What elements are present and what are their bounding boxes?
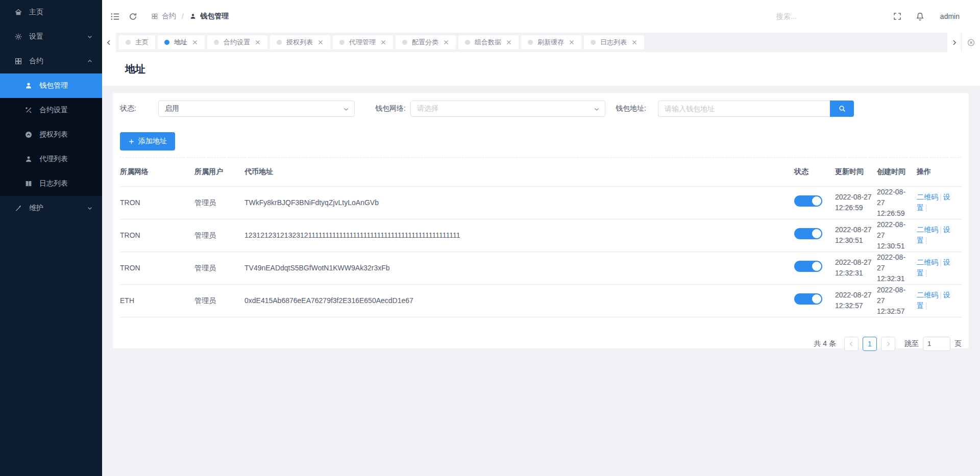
toggle-knob-icon xyxy=(812,294,821,304)
cell-created: 2022-08-27 12:26:59 xyxy=(877,186,917,219)
tab-authorization-list[interactable]: 授权列表 xyxy=(270,35,330,49)
address-card: 状态: 启用 钱包网络: 请选择 钱包地址: xyxy=(113,93,969,348)
close-icon[interactable] xyxy=(380,39,386,45)
sidebar-item-wallet-management[interactable]: 钱包管理 xyxy=(0,73,102,98)
status-toggle[interactable] xyxy=(794,261,822,272)
breadcrumb: 合约 / 钱包管理 xyxy=(151,12,229,21)
cell-network: TRON xyxy=(120,186,194,219)
tab-log-list[interactable]: 日志列表 xyxy=(584,35,644,49)
network-select[interactable]: 请选择 xyxy=(410,101,605,117)
tab-dot-icon xyxy=(214,40,219,45)
cell-updated: 2022-08-27 12:30:51 xyxy=(835,219,877,252)
tabs-scroll-left-button[interactable] xyxy=(102,33,116,52)
sidebar-item-contract[interactable]: 合约 xyxy=(0,49,102,73)
breadcrumb-page: 钱包管理 xyxy=(200,12,229,21)
refresh-icon[interactable] xyxy=(128,12,138,21)
add-address-label: 添加地址 xyxy=(138,137,167,146)
cell-updated: 2022-08-27 12:32:57 xyxy=(835,284,877,317)
tab-label: 日志列表 xyxy=(600,38,627,47)
close-icon[interactable] xyxy=(255,39,261,45)
global-search-input[interactable] xyxy=(776,12,853,20)
column-header-updated: 更新时间 xyxy=(835,158,877,186)
breadcrumb-section[interactable]: 合约 xyxy=(162,12,176,21)
tab-dot-icon xyxy=(277,40,282,45)
person-icon xyxy=(189,13,197,20)
qrcode-link[interactable]: 二维码 xyxy=(917,291,938,299)
sidebar-item-contract-settings[interactable]: 合约设置 xyxy=(0,98,102,122)
cell-token-address: 0xdE415Ab6876eEA76279f3f2E316E650AecdD1e… xyxy=(244,284,794,317)
bell-icon[interactable] xyxy=(915,12,925,21)
tab-contract-settings[interactable]: 合约设置 xyxy=(207,35,267,49)
cell-token-address: 1231212312132312111111111111111111111111… xyxy=(244,219,794,252)
current-page-button[interactable]: 1 xyxy=(863,337,877,351)
sidebar-item-maintenance[interactable]: 维护 xyxy=(0,196,102,220)
sidebar-item-log-list[interactable]: 日志列表 xyxy=(0,171,102,196)
column-header-user: 所属用户 xyxy=(194,158,244,186)
status-select[interactable]: 启用 xyxy=(158,101,355,117)
chevron-left-icon xyxy=(106,39,112,46)
close-icon[interactable] xyxy=(317,39,324,45)
tab-address[interactable]: 地址 xyxy=(158,35,205,49)
sidebar-item-home[interactable]: 主页 xyxy=(0,0,102,24)
tab-combined-data[interactable]: 组合数据 xyxy=(458,35,519,49)
close-icon[interactable] xyxy=(569,39,575,45)
wallet-address-input[interactable] xyxy=(658,101,830,117)
tab-refresh-cache[interactable]: 刷新缓存 xyxy=(521,35,581,49)
status-select-value: 启用 xyxy=(165,104,179,113)
sidebar-item-agent-list[interactable]: 代理列表 xyxy=(0,147,102,171)
chevron-left-icon xyxy=(848,341,854,347)
tab-label: 授权列表 xyxy=(286,38,313,47)
close-icon[interactable] xyxy=(443,39,449,45)
chevron-down-icon xyxy=(87,34,93,40)
tab-dot-icon xyxy=(528,40,533,45)
status-toggle[interactable] xyxy=(794,195,822,207)
action-divider: | xyxy=(940,226,942,234)
tab-label: 组合数据 xyxy=(475,38,501,47)
sidebar-item-label: 维护 xyxy=(29,204,43,213)
tab-label: 代理管理 xyxy=(349,38,376,47)
cell-network: ETH xyxy=(120,284,194,317)
tab-agent-management[interactable]: 代理管理 xyxy=(333,35,393,49)
close-icon[interactable] xyxy=(192,39,198,45)
status-filter-label: 状态: xyxy=(120,104,158,113)
chevron-down-icon xyxy=(594,106,600,112)
action-divider: | xyxy=(925,236,927,244)
cell-updated: 2022-08-27 12:26:59 xyxy=(835,186,877,219)
cell-network: TRON xyxy=(120,252,194,284)
qrcode-link[interactable]: 二维码 xyxy=(917,193,938,201)
collapse-menu-icon[interactable] xyxy=(110,12,120,21)
action-divider: | xyxy=(940,258,942,266)
top-header: 合约 / 钱包管理 admin xyxy=(102,0,980,33)
book-icon xyxy=(24,180,33,188)
main-area: 合约 / 钱包管理 admin 主页 地址 xyxy=(102,0,980,476)
tab-home[interactable]: 主页 xyxy=(119,35,155,49)
next-page-button[interactable] xyxy=(881,337,895,351)
status-toggle[interactable] xyxy=(794,293,822,305)
table-header-row: 所属网络 所属用户 代币地址 状态 更新时间 创建时间 操作 xyxy=(120,158,962,186)
sidebar-item-authorization-list[interactable]: 授权列表 xyxy=(0,122,102,147)
sidebar-item-label: 合约 xyxy=(29,57,43,66)
sidebar-item-label: 代理列表 xyxy=(39,155,68,164)
prev-page-button[interactable] xyxy=(844,337,859,351)
close-all-tabs-button[interactable] xyxy=(961,33,980,52)
search-button[interactable] xyxy=(830,101,854,117)
fullscreen-icon[interactable] xyxy=(893,12,902,21)
wallet-address-input-group xyxy=(658,101,854,117)
cell-user: 管理员 xyxy=(194,252,244,284)
sidebar-item-settings[interactable]: 设置 xyxy=(0,24,102,49)
jump-to-page-input[interactable] xyxy=(923,337,950,351)
close-icon[interactable] xyxy=(631,39,638,45)
tab-config-category[interactable]: 配置分类 xyxy=(396,35,456,49)
qrcode-link[interactable]: 二维码 xyxy=(917,226,938,234)
table-row: TRON 管理员 1231212312132312111111111111111… xyxy=(120,219,962,252)
column-header-network: 所属网络 xyxy=(120,158,194,186)
toggle-knob-icon xyxy=(812,262,821,271)
close-icon[interactable] xyxy=(506,39,512,45)
sidebar-submenu-contract: 钱包管理 合约设置 授权列表 代理列表 日志列表 xyxy=(0,73,102,196)
user-menu[interactable]: admin xyxy=(940,12,960,20)
qrcode-link[interactable]: 二维码 xyxy=(917,258,938,266)
tabs-scroll-right-button[interactable] xyxy=(947,33,961,52)
add-address-button[interactable]: 添加地址 xyxy=(120,132,175,151)
status-toggle[interactable] xyxy=(794,228,822,239)
pagination: 共 4 条 1 跳至 页 xyxy=(120,337,962,351)
